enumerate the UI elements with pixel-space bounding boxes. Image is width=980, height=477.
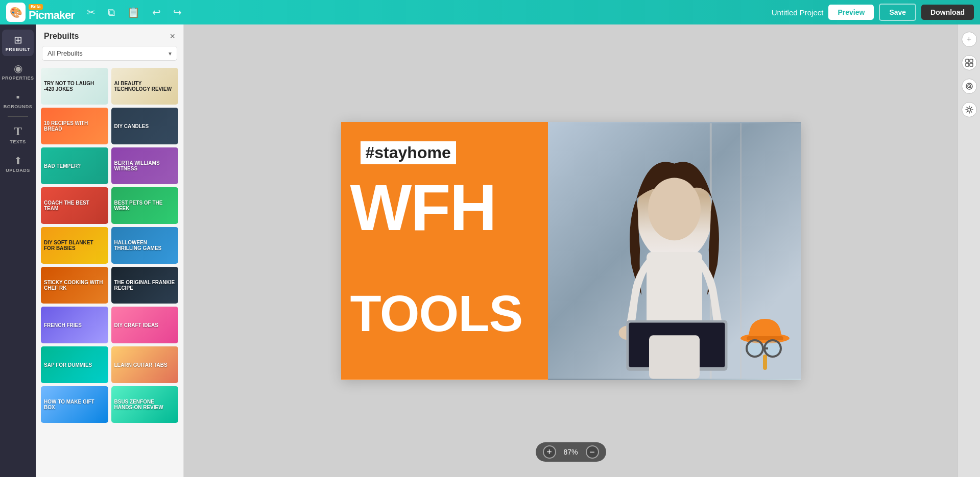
prebuilts-panel: Prebuilts × All Prebuilts ▾ TRY NOT TO L… [36, 24, 184, 477]
prebuilts-row: DIY SOFT BLANKET FOR BABIES HALLOWEEN TH… [41, 227, 178, 264]
canvas-area[interactable]: #stayhome WFH TOOLS [184, 24, 958, 477]
sidebar-label-properties: PROPERTIES [2, 76, 34, 81]
prebuilts-grid: TRY NOT TO LAUGH-420 JOKES AI BEAUTY TEC… [36, 66, 183, 477]
logo-name: Picmaker [29, 10, 75, 21]
prebuilts-dropdown[interactable]: All Prebuilts ▾ [42, 46, 177, 61]
canvas-hashtag[interactable]: #stayhome [361, 141, 456, 164]
sidebar-divider [8, 116, 28, 117]
list-item[interactable]: STICKY COOKING WITH CHEF RK [41, 267, 108, 304]
scissors-tool-btn[interactable]: ✂ [85, 4, 98, 20]
project-title: Untitled Project [772, 8, 824, 17]
list-item[interactable]: SAP FOR DUMMIES [41, 346, 108, 383]
logo-icon: 🎨 [6, 3, 26, 22]
add-button[interactable]: + [962, 32, 977, 47]
list-item[interactable]: HALLOWEEN THRILLING GAMES [111, 227, 179, 264]
svg-rect-16 [762, 347, 768, 349]
zoom-out-button[interactable]: − [586, 445, 599, 459]
list-item[interactable]: BSUS ZENFONE HANDS-ON REVIEW [111, 386, 179, 423]
list-item[interactable]: DIY CANDLES [111, 108, 179, 144]
prebuilts-row: STICKY COOKING WITH CHEF RK THE ORIGINAL… [41, 267, 178, 304]
list-item[interactable]: LEARN GUITAR TABS [111, 346, 179, 383]
prebuilts-row: HOW TO MAKE GIFT BOX BSUS ZENFONE HANDS-… [41, 386, 178, 423]
list-item[interactable]: FRENCH FRIES [41, 307, 108, 343]
texts-icon: T [14, 125, 22, 137]
grid-icon [965, 59, 973, 67]
list-item[interactable]: BAD TEMPER? [41, 147, 108, 184]
undo-tool-btn[interactable]: ↩ [150, 4, 163, 20]
target-icon [965, 82, 973, 90]
main-layout: ⊞ PREBUILT ◉ PROPERTIES ▪ BGROUNDS T TEX… [0, 24, 980, 477]
prebuilts-dropdown-text: All Prebuilts [47, 49, 83, 57]
zoom-level: 87% [560, 448, 582, 456]
svg-rect-13 [763, 355, 767, 370]
sidebar-item-uploads[interactable]: ⬆ UPLOADS [2, 150, 34, 177]
svg-rect-10 [649, 335, 700, 379]
sidebar-label-uploads: UPLOADS [6, 168, 30, 173]
download-button[interactable]: Download [921, 5, 974, 20]
canvas-wrapper: #stayhome WFH TOOLS [341, 122, 801, 380]
svg-point-4 [648, 178, 701, 240]
svg-rect-17 [966, 59, 969, 62]
grid-button[interactable] [962, 55, 977, 70]
zoom-in-button[interactable]: + [543, 445, 556, 459]
logo-text: Beta Picmaker [29, 4, 75, 21]
list-item[interactable]: COACH THE BEST TEAM [41, 187, 108, 224]
settings-button[interactable] [962, 102, 977, 117]
topbar-right: Untitled Project Preview Save Download [772, 4, 974, 21]
gear-icon [965, 106, 973, 114]
svg-rect-19 [966, 63, 969, 66]
topbar-tools: ✂ ⧉ 📋 ↩ ↪ [85, 4, 772, 20]
bgrounds-icon: ▪ [16, 92, 19, 102]
sidebar-item-texts[interactable]: T TEXTS [2, 120, 34, 148]
copy-tool-btn[interactable]: ⧉ [106, 5, 117, 20]
save-button[interactable]: Save [879, 4, 916, 21]
chevron-down-icon: ▾ [169, 50, 172, 57]
prebuilts-row: COACH THE BEST TEAM BEST PETS OF THE WEE… [41, 187, 178, 224]
svg-rect-18 [970, 59, 973, 62]
sidebar-label-bgrounds: BGROUNDS [4, 104, 33, 109]
prebuilt-icon: ⊞ [14, 35, 22, 45]
list-item[interactable]: AI BEAUTY TECHNOLOGY REVIEW [111, 68, 179, 105]
canvas-wfh-text[interactable]: WFH [350, 178, 496, 237]
uploads-icon: ⬆ [14, 156, 22, 166]
prebuilts-row: FRENCH FRIES DIY CRAFT IDEAS [41, 307, 178, 343]
detective-mascot-svg [739, 314, 791, 370]
prebuilts-close-button[interactable]: × [170, 32, 175, 41]
list-item[interactable]: BERTIA WILLIAMS WITNESS [111, 147, 179, 184]
list-item[interactable]: DIY CRAFT IDEAS [111, 307, 179, 343]
logo: 🎨 Beta Picmaker [6, 3, 75, 22]
detective-mascot [739, 314, 791, 370]
list-item[interactable]: THE ORIGINAL FRANKIE RECIPE [111, 267, 179, 304]
svg-rect-20 [970, 63, 973, 66]
sidebar-item-properties[interactable]: ◉ PROPERTIES [2, 58, 34, 85]
list-item[interactable]: HOW TO MAKE GIFT BOX [41, 386, 108, 423]
zoom-bar: + 87% − [536, 442, 606, 462]
target-button[interactable] [962, 79, 977, 94]
sidebar-label-texts: TEXTS [10, 139, 26, 144]
topbar: 🎨 Beta Picmaker ✂ ⧉ 📋 ↩ ↪ Untitled Proje… [0, 0, 980, 24]
svg-point-23 [969, 86, 970, 87]
prebuilts-title: Prebuilts [44, 32, 79, 41]
right-sidebar: + [958, 24, 980, 477]
prebuilts-row: SAP FOR DUMMIES LEARN GUITAR TABS [41, 346, 178, 383]
prebuilts-row: BAD TEMPER? BERTIA WILLIAMS WITNESS [41, 147, 178, 184]
list-item[interactable]: 10 RECIPES WITH BREAD [41, 108, 108, 144]
svg-point-24 [968, 108, 971, 111]
paste-tool-btn[interactable]: 📋 [125, 4, 142, 20]
list-item[interactable]: DIY SOFT BLANKET FOR BABIES [41, 227, 108, 264]
left-sidebar: ⊞ PREBUILT ◉ PROPERTIES ▪ BGROUNDS T TEX… [0, 24, 36, 477]
prebuilts-row: 10 RECIPES WITH BREAD DIY CANDLES [41, 108, 178, 144]
list-item[interactable]: BEST PETS OF THE WEEK [111, 187, 179, 224]
properties-icon: ◉ [14, 63, 22, 73]
sidebar-item-bgrounds[interactable]: ▪ BGROUNDS [2, 87, 34, 113]
list-item[interactable]: TRY NOT TO LAUGH-420 JOKES [41, 68, 108, 105]
redo-tool-btn[interactable]: ↪ [171, 4, 184, 20]
sidebar-label-prebuilt: PREBUILT [6, 47, 30, 52]
preview-button[interactable]: Preview [828, 5, 874, 20]
canvas-tools-text[interactable]: TOOLS [350, 290, 523, 336]
prebuilts-row: TRY NOT TO LAUGH-420 JOKES AI BEAUTY TEC… [41, 68, 178, 105]
sidebar-item-prebuilt[interactable]: ⊞ PREBUILT [2, 30, 34, 56]
prebuilts-header: Prebuilts × [36, 24, 183, 46]
svg-point-14 [747, 340, 763, 357]
